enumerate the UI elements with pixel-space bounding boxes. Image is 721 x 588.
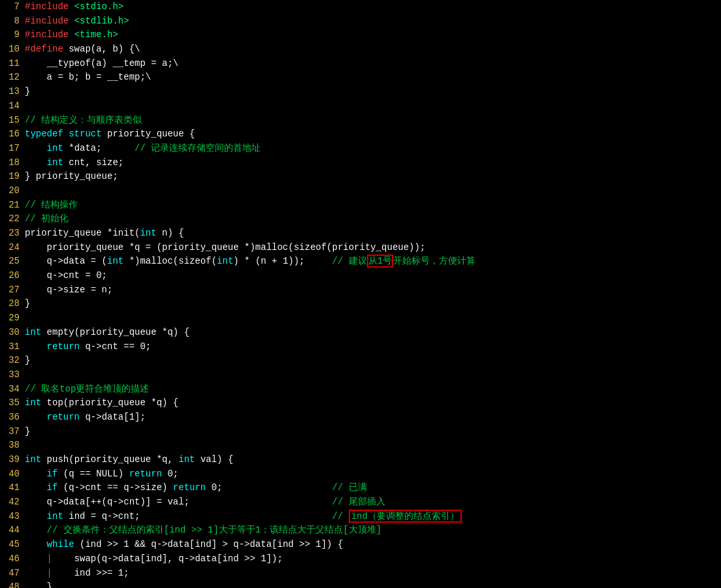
line-26: 26 q->cnt = 0;	[0, 269, 721, 283]
line-9: 9 #include <time.h>	[0, 28, 721, 42]
line-35: 35 int top(priority_queue *q) {	[0, 396, 721, 410]
line-23: 23 priority_queue *init(int n) {	[0, 226, 721, 241]
line-28: 28 }	[0, 297, 721, 311]
line-42: 42 q->data[++(q->cnt)] = val; // 尾部插入	[0, 495, 721, 510]
line-13: 13 }	[0, 85, 721, 99]
line-36: 36 return q->data[1];	[0, 410, 721, 425]
line-37: 37 }	[0, 425, 721, 439]
line-12: 12 a = b; b = __temp;\	[0, 70, 721, 85]
line-16: 16 typedef struct priority_queue {	[0, 127, 721, 142]
line-8: 8 #include <stdlib.h>	[0, 14, 721, 29]
line-38: 38	[0, 439, 721, 453]
line-33: 33	[0, 368, 721, 382]
line-39: 39 int push(priority_queue *q, int val) …	[0, 453, 721, 467]
line-45: 45 while (ind >> 1 && q->data[ind] > q->…	[0, 538, 721, 552]
line-25: 25 q->data = (int *)malloc(sizeof(int) *…	[0, 255, 721, 269]
line-43: 43 int ind = q->cnt; // ind（要调整的结点索引）	[0, 510, 721, 524]
line-44: 44 // 交换条件：父结点的索引[ind >> 1]大于等于1；该结点大于父结…	[0, 523, 721, 538]
line-32: 32 }	[0, 354, 721, 368]
line-24: 24 priority_queue *q = (priority_queue *…	[0, 241, 721, 255]
line-15: 15 // 结构定义：与顺序表类似	[0, 114, 721, 128]
line-18: 18 int cnt, size;	[0, 156, 721, 170]
line-19: 19 } priority_queue;	[0, 170, 721, 184]
line-29: 29	[0, 311, 721, 326]
line-27: 27 q->size = n;	[0, 283, 721, 298]
line-22: 22 // 初始化	[0, 212, 721, 226]
line-17: 17 int *data; // 记录连续存储空间的首地址	[0, 142, 721, 156]
line-34: 34 // 取名top更符合堆顶的描述	[0, 382, 721, 397]
code-editor: 7 #include <stdio.h> 8 #include <stdlib.…	[0, 0, 721, 588]
line-48: 48 }	[0, 580, 721, 588]
line-46: 46 | swap(q->data[ind], q->data[ind >> 1…	[0, 552, 721, 566]
line-11: 11 __typeof(a) __temp = a;\	[0, 57, 721, 71]
line-40: 40 if (q == NULL) return 0;	[0, 467, 721, 482]
line-41: 41 if (q->cnt == q->size) return 0; // 已…	[0, 481, 721, 495]
line-7: 7 #include <stdio.h>	[0, 0, 721, 14]
line-31: 31 return q->cnt == 0;	[0, 340, 721, 354]
line-10: 10 #define swap(a, b) {\	[0, 42, 721, 57]
line-20: 20	[0, 184, 721, 198]
line-47: 47 | ind >>= 1;	[0, 566, 721, 581]
line-21: 21 // 结构操作	[0, 198, 721, 213]
line-30: 30 int empty(priority_queue *q) {	[0, 326, 721, 340]
line-14: 14	[0, 99, 721, 114]
